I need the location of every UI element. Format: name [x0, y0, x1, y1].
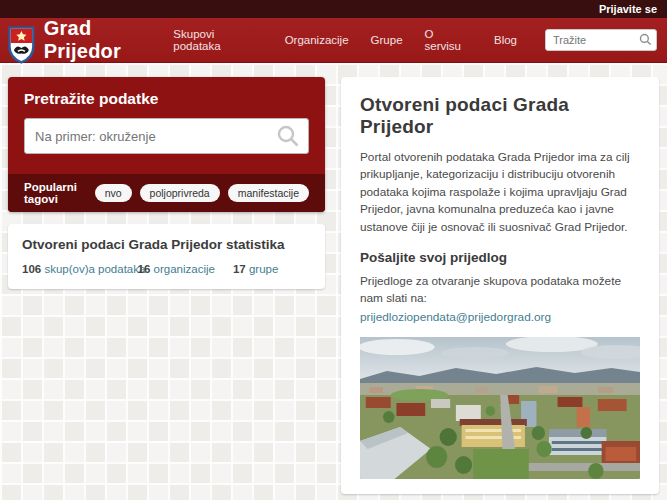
site-brand[interactable]: Grad Prijedor [8, 16, 173, 64]
search-icon[interactable] [276, 124, 300, 148]
stat-datasets-link[interactable]: skup(ov)a podataka [44, 263, 145, 275]
search-panel-title: Pretražite podatke [8, 77, 325, 118]
about-description: Portal otvorenih podataka Grada Prijedor… [360, 149, 640, 236]
stat-groups-link[interactable]: grupe [249, 263, 278, 275]
prijedor-coat-of-arms-icon [8, 26, 35, 64]
tag-manifestacije[interactable]: manifestacije [228, 184, 309, 202]
proposal-email-link[interactable]: prijedloziopendata@prijedorgrad.org [360, 310, 551, 324]
login-link[interactable]: Prijavite se [599, 3, 657, 15]
about-portal-card: Otvoreni podaci Grada Prijedor Portal ot… [341, 77, 659, 494]
nav-organizations[interactable]: Organizacije [285, 34, 349, 46]
stat-datasets: 106 skup(ov)a podataka [22, 263, 138, 275]
right-column: Otvoreni podaci Grada Prijedor Portal ot… [341, 77, 659, 494]
search-icon[interactable] [639, 33, 652, 46]
popular-tags-bar: Popularni tagovi nvo poljoprivreda manif… [8, 174, 325, 212]
stat-organizations: 16 organizacije [138, 263, 233, 275]
stat-organizations-link[interactable]: organizacije [154, 263, 215, 275]
portal-stats-card: Otvoreni podaci Grada Prijedor statistik… [8, 224, 325, 289]
stats-title: Otvoreni podaci Grada Prijedor statistik… [22, 237, 311, 252]
tag-poljoprivreda[interactable]: poljoprivreda [140, 184, 220, 202]
dataset-search-panel: Pretražite podatke Popularni tagovi nvo … [8, 77, 325, 212]
site-header: Grad Prijedor Skupovi podataka Organizac… [0, 18, 667, 63]
site-title: Grad Prijedor [44, 17, 174, 63]
nav-datasets[interactable]: Skupovi podataka [173, 28, 262, 52]
main-nav: Skupovi podataka Organizacije Grupe O se… [173, 28, 667, 52]
proposal-text: Prijedloge za otvaranje skupova podataka… [360, 273, 640, 307]
main-content: Pretražite podatke Popularni tagovi nvo … [0, 63, 667, 494]
dataset-search-input[interactable] [24, 118, 309, 154]
nav-groups[interactable]: Grupe [371, 34, 403, 46]
left-column: Pretražite podatke Popularni tagovi nvo … [8, 77, 325, 494]
stat-groups: 17 grupe [233, 263, 311, 275]
city-aerial-photo [360, 337, 640, 479]
nav-about[interactable]: O servisu [425, 28, 472, 52]
tag-nvo[interactable]: nvo [95, 184, 132, 202]
nav-blog[interactable]: Blog [494, 34, 517, 46]
proposal-title: Pošaljite svoj prijedlog [360, 250, 640, 265]
page-title: Otvoreni podaci Grada Prijedor [360, 94, 640, 138]
popular-tags-label: Popularni tagovi [24, 181, 83, 205]
